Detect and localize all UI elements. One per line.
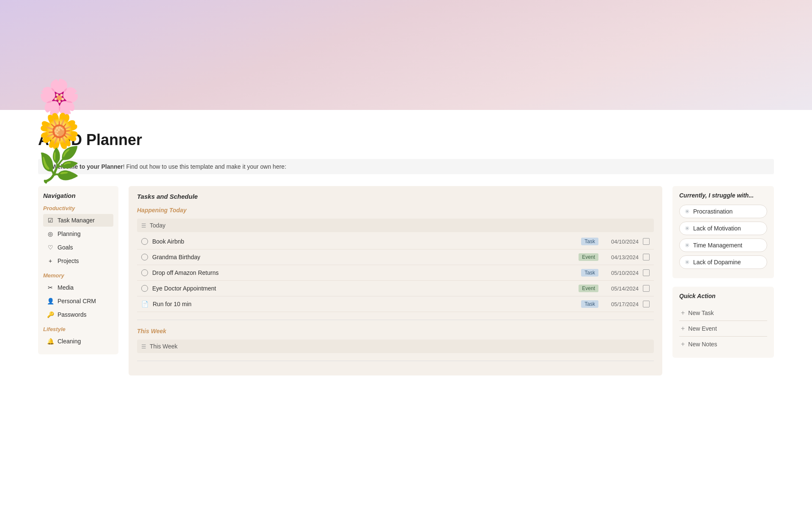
task-checkbox[interactable]	[643, 254, 650, 260]
star-icon: ✳	[685, 242, 690, 249]
cleaning-icon: 🔔	[47, 337, 54, 345]
table-row: Eye Doctor Appointment Event 05/14/2024	[137, 281, 654, 296]
task-checkbox[interactable]	[643, 238, 650, 245]
doc-icon: 📄	[141, 301, 148, 307]
struggle-label: Lack of Motivation	[693, 225, 741, 232]
struggle-label: Lack of Dopamine	[693, 259, 741, 266]
happening-today-heading: Happening Today	[137, 207, 654, 214]
main-layout: Navigation Productivity ☑ Task Manager ◎…	[38, 186, 774, 375]
star-icon: ✳	[685, 225, 690, 232]
task-circle[interactable]	[141, 254, 148, 260]
header-banner: 🌸🌼🌿	[0, 0, 812, 110]
list-icon: ☰	[141, 222, 146, 229]
plus-icon: +	[681, 325, 685, 332]
passwords-icon: 🔑	[47, 311, 54, 318]
plus-icon: +	[681, 309, 685, 317]
sidebar-label-projects: Projects	[58, 258, 79, 264]
sidebar-item-media[interactable]: ✂ Media	[43, 281, 113, 294]
quick-action-new-notes[interactable]: + New Notes	[679, 337, 767, 352]
welcome-text: Welcome to your Planner! Find out how to…	[52, 163, 286, 170]
sidebar-label-goals: Goals	[58, 244, 73, 251]
struggle-label: Time Management	[693, 242, 742, 249]
struggle-item-motivation[interactable]: ✳ Lack of Motivation	[679, 222, 767, 235]
personal-crm-icon: 👤	[47, 297, 54, 305]
sidebar-section-memory: Memory	[43, 272, 113, 279]
list-icon-2: ☰	[141, 343, 146, 350]
task-name: Grandma Birthday	[152, 254, 574, 260]
sidebar-item-goals[interactable]: ♡ Goals	[43, 241, 113, 254]
struggle-item-dopamine[interactable]: ✳ Lack of Dopamine	[679, 255, 767, 269]
star-icon: ✳	[685, 208, 690, 215]
sidebar-item-task-manager[interactable]: ☑ Task Manager	[43, 214, 113, 227]
task-checkbox[interactable]	[643, 285, 650, 292]
sidebar-title: Navigation	[43, 192, 113, 199]
planning-icon: ◎	[47, 230, 54, 238]
struggle-label: Procrastination	[693, 208, 732, 215]
page-title: ADHD Planner	[38, 131, 774, 149]
page-content: ADHD Planner ▶ Welcome to your Planner! …	[0, 131, 812, 392]
table-row: 📄 Run for 10 min Task 05/17/2024	[137, 296, 654, 312]
sidebar-item-planning[interactable]: ◎ Planning	[43, 227, 113, 240]
task-date: 04/13/2024	[603, 254, 639, 260]
task-name: Run for 10 min	[153, 301, 577, 307]
quick-action-label: New Task	[688, 310, 713, 316]
flower-decoration: 🌸🌼🌿	[38, 80, 89, 123]
tasks-panel: Tasks and Schedule Happening Today ☰ Tod…	[129, 186, 662, 375]
projects-icon: +	[47, 257, 54, 265]
quick-action-label: New Event	[688, 325, 717, 332]
task-type-badge: Event	[579, 285, 598, 292]
star-icon: ✳	[685, 259, 690, 266]
struggles-panel: Currently, I struggle with... ✳ Procrast…	[672, 186, 774, 278]
task-circle[interactable]	[141, 238, 148, 245]
table-row: Drop off Amazon Returns Task 05/10/2024	[137, 265, 654, 281]
struggle-item-time-management[interactable]: ✳ Time Management	[679, 238, 767, 252]
welcome-banner[interactable]: ▶ Welcome to your Planner! Find out how …	[38, 159, 774, 174]
task-type-badge: Task	[581, 269, 598, 277]
goals-icon: ♡	[47, 244, 54, 251]
table-row: Grandma Birthday Event 04/13/2024	[137, 249, 654, 265]
sidebar: Navigation Productivity ☑ Task Manager ◎…	[38, 186, 118, 354]
task-checkbox[interactable]	[643, 269, 650, 276]
sidebar-section-lifestyle: Lifestyle	[43, 326, 113, 332]
quick-action-panel: Quick Action + New Task + New Event + Ne…	[672, 287, 774, 358]
sidebar-item-projects[interactable]: + Projects	[43, 255, 113, 267]
tasks-panel-title: Tasks and Schedule	[137, 193, 654, 200]
task-date: 04/10/2024	[603, 238, 639, 245]
task-circle[interactable]	[141, 285, 148, 292]
right-panel: Currently, I struggle with... ✳ Procrast…	[672, 186, 774, 358]
quick-action-new-task[interactable]: + New Task	[679, 305, 767, 321]
plus-icon: +	[681, 340, 685, 348]
sidebar-label-planning: Planning	[58, 230, 81, 237]
this-week-heading: This Week	[137, 328, 654, 334]
task-checkbox[interactable]	[643, 301, 650, 307]
task-date: 05/14/2024	[603, 285, 639, 292]
quick-action-title: Quick Action	[679, 293, 767, 299]
task-type-badge: Task	[581, 300, 598, 308]
task-date: 05/17/2024	[603, 301, 639, 307]
this-week-table-header: ☰ This Week	[137, 340, 654, 353]
task-date: 05/10/2024	[603, 270, 639, 276]
sidebar-item-passwords[interactable]: 🔑 Passwords	[43, 308, 113, 321]
sidebar-label-passwords: Passwords	[58, 311, 86, 318]
sidebar-label-personal-crm: Personal CRM	[58, 298, 96, 304]
sidebar-label-media: Media	[58, 284, 74, 291]
today-table-header: ☰ Today	[137, 219, 654, 232]
sidebar-label-task-manager: Task Manager	[58, 217, 95, 224]
struggle-item-procrastination[interactable]: ✳ Procrastination	[679, 205, 767, 218]
section-divider-2	[137, 361, 654, 361]
quick-action-label: New Notes	[688, 341, 717, 348]
quick-action-new-event[interactable]: + New Event	[679, 321, 767, 337]
sidebar-item-personal-crm[interactable]: 👤 Personal CRM	[43, 295, 113, 307]
sidebar-section-productivity: Productivity	[43, 205, 113, 211]
sidebar-label-cleaning: Cleaning	[58, 338, 81, 345]
struggles-title: Currently, I struggle with...	[679, 192, 767, 199]
task-type-badge: Task	[581, 238, 598, 245]
section-divider	[137, 320, 654, 320]
table-row: Book Airbnb Task 04/10/2024	[137, 234, 654, 249]
task-circle[interactable]	[141, 269, 148, 276]
task-name: Eye Doctor Appointment	[152, 285, 574, 292]
task-type-badge: Event	[579, 253, 598, 261]
sidebar-item-cleaning[interactable]: 🔔 Cleaning	[43, 335, 113, 348]
media-icon: ✂	[47, 284, 54, 291]
task-manager-icon: ☑	[47, 217, 54, 224]
